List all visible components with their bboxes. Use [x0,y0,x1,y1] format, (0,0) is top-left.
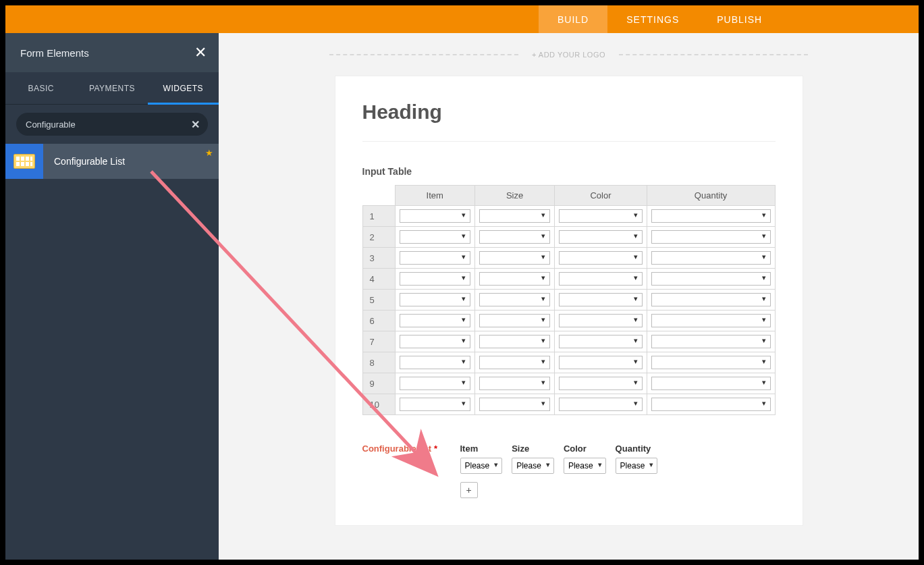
conf-select-quantity[interactable]: Please [616,458,658,474]
conf-select-color[interactable]: Please [564,458,606,474]
form-heading[interactable]: Heading [362,101,776,124]
dropdown-select[interactable] [479,272,550,286]
table-cell [555,206,647,227]
dropdown-select[interactable] [651,272,771,286]
dropdown-select[interactable] [400,314,470,327]
col-quantity: Quantity [647,186,775,206]
dropdown-select[interactable] [479,356,550,369]
top-nav: BUILD SETTINGS PUBLISH [5,5,919,33]
dropdown-select[interactable] [400,251,470,265]
dropdown-select[interactable] [479,335,550,348]
dropdown-select[interactable] [559,398,642,411]
tab-build[interactable]: BUILD [539,5,607,33]
row-number: 9 [362,373,395,394]
dropdown-select[interactable] [559,377,642,390]
sidebar-tab-basic[interactable]: BASIC [5,72,76,104]
table-cell [647,290,775,311]
dropdown-select[interactable] [651,251,771,265]
col-color: Color [555,186,647,206]
table-cell [474,331,554,352]
tab-settings[interactable]: SETTINGS [607,5,698,33]
table-cell [647,331,775,352]
widget-configurable-list[interactable]: Configurable List ★ [5,144,219,179]
dropdown-select[interactable] [400,230,470,244]
close-icon[interactable]: ✕ [194,44,207,61]
table-row: 3 [362,248,775,269]
table-cell [474,227,554,248]
add-logo-button[interactable]: + ADD YOUR LOGO [219,33,919,76]
conf-select-size[interactable]: Please [512,458,554,474]
form-canvas: + ADD YOUR LOGO Heading Input Table Item… [219,33,919,560]
search-input[interactable] [26,119,191,130]
sidebar-tab-widgets[interactable]: WIDGETS [148,72,219,104]
dropdown-select[interactable] [559,230,642,244]
dropdown-select[interactable] [651,335,771,348]
configurable-list-label: Configurable list* [362,443,447,454]
dropdown-select[interactable] [400,272,470,286]
conf-col-item: Item [460,443,503,454]
row-number: 6 [362,311,395,331]
dropdown-select[interactable] [479,314,550,327]
col-item: Item [395,186,474,206]
table-cell [647,248,775,269]
dropdown-select[interactable] [559,251,642,265]
dropdown-select[interactable] [651,377,771,390]
dropdown-select[interactable] [400,293,470,306]
clear-search-icon[interactable]: ✕ [191,118,200,131]
dropdown-select[interactable] [651,209,771,223]
input-table-label: Input Table [362,166,776,177]
conf-col-color: Color [564,443,606,454]
dropdown-select[interactable] [479,209,550,223]
dropdown-select[interactable] [651,398,771,411]
table-cell [474,394,554,415]
dropdown-select[interactable] [559,335,642,348]
dropdown-select[interactable] [479,230,550,244]
dropdown-select[interactable] [559,209,642,223]
dropdown-select[interactable] [479,377,550,390]
conf-col-size: Size [512,443,554,454]
table-cell [395,248,474,269]
table-cell [647,311,775,331]
table-cell [555,331,647,352]
dropdown-select[interactable] [559,272,642,286]
dropdown-select[interactable] [479,293,550,306]
table-cell [555,373,647,394]
table-cell [474,311,554,331]
dropdown-select[interactable] [400,335,470,348]
dropdown-select[interactable] [400,209,470,223]
add-row-button[interactable]: + [460,482,478,498]
table-cell [647,227,775,248]
table-row: 4 [362,269,775,290]
dropdown-select[interactable] [479,398,550,411]
search-box[interactable]: ✕ [16,113,208,136]
sidebar-tab-payments[interactable]: PAYMENTS [76,72,147,104]
dropdown-select[interactable] [651,356,771,369]
dropdown-select[interactable] [651,293,771,306]
widget-label: Configurable List [43,156,125,167]
table-row: 10 [362,394,775,415]
dropdown-select[interactable] [559,314,642,327]
table-cell [474,248,554,269]
table-cell [647,394,775,415]
dropdown-select[interactable] [400,356,470,369]
dropdown-select[interactable] [400,377,470,390]
favorite-star-icon[interactable]: ★ [205,148,213,158]
dropdown-select[interactable] [651,230,771,244]
table-cell [555,394,647,415]
conf-select-item[interactable]: Please [460,458,503,474]
sidebar-tabs: BASIC PAYMENTS WIDGETS [5,72,219,105]
dropdown-select[interactable] [651,314,771,327]
input-table: Item Size Color Quantity 12345678910 [362,185,776,415]
table-cell [555,269,647,290]
tab-publish[interactable]: PUBLISH [698,5,781,33]
table-row: 5 [362,290,775,311]
table-row: 7 [362,331,775,352]
row-number: 8 [362,352,395,373]
table-cell [395,331,474,352]
table-cell [555,352,647,373]
dropdown-select[interactable] [479,251,550,265]
dropdown-select[interactable] [559,356,642,369]
dropdown-select[interactable] [400,398,470,411]
table-cell [395,227,474,248]
dropdown-select[interactable] [559,293,642,306]
